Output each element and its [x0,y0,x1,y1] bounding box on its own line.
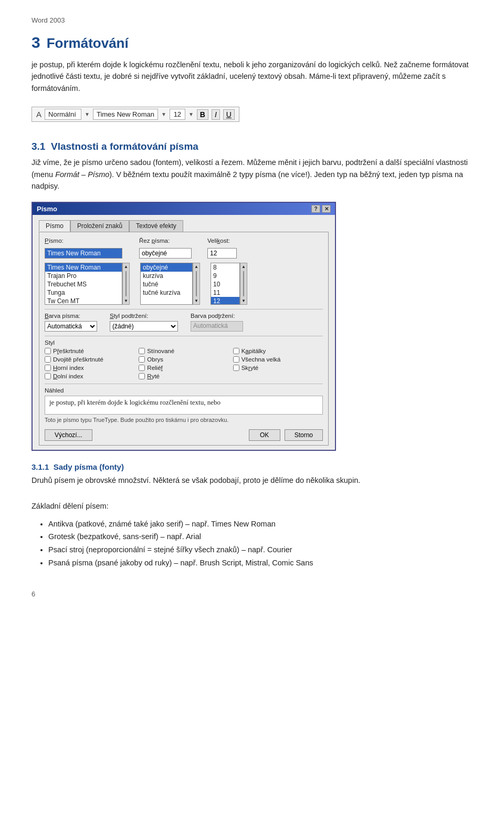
font-listbox-scrollbar[interactable]: ▲ ▼ [122,263,130,305]
page-footer: 6 [32,590,472,598]
chapter-intro: je postup, při kterém dojde k logickému … [32,59,472,94]
styl-section-label: Styl [45,339,323,346]
scrollbar-up-arrow[interactable]: ▲ [124,263,128,270]
toolbar-icon-styles: A [36,110,41,119]
rez-listbox[interactable]: obyčejné kurzíva tučné tučné kurzíva [140,263,193,305]
font-input[interactable] [45,248,122,259]
checkbox-dvojite-label: Dvojitě přeškrtnuté [53,356,103,363]
formatting-toolbar: A Normální ▼ Times New Roman ▼ 12 ▼ B I … [32,107,239,122]
rez-input-col [139,248,197,259]
font-listbox[interactable]: Times New Roman Trajan Pro Trebuchet MS … [45,263,122,305]
rez-scrollbar-down[interactable]: ▼ [194,297,198,304]
dialog-checkboxes: Přeškrtnuté Stínované Kapitálky Dvojitě … [45,348,323,379]
underline-button[interactable]: U [223,109,235,120]
size-dropdown-arrow[interactable]: ▼ [188,111,194,117]
dialog-titlebar: Písmo ? ✕ [33,203,335,215]
list-item-psaci: Psací stroj (neproporcionální = stejné š… [48,543,472,556]
velikost-listbox[interactable]: 8 9 10 11 12 [211,263,240,305]
checkbox-stinovane-input[interactable] [139,348,145,354]
storno-button[interactable]: Storno [285,429,323,441]
nahled-section-label: Náhled [45,387,323,394]
velikost-8[interactable]: 8 [211,263,239,272]
checkbox-skryte-label: Skryté [242,365,259,371]
section-3-1-1-title: 3.1.1 Sady písma (fonty) [32,462,472,471]
checkbox-dvojite-input[interactable] [45,356,51,363]
velikost-10[interactable]: 10 [211,280,239,288]
checkbox-vsechnavelka-label: Všechna velká [242,356,281,363]
page-number: 6 [32,590,35,598]
rez-listbox-container: obyčejné kurzíva tučné tučné kurzíva ▲ ▼ [140,263,200,305]
tab-textove-efekty[interactable]: Textové efekty [129,220,183,232]
checkbox-kapitalky-label: Kapitálky [242,348,266,354]
font-list-item-times[interactable]: Times New Roman [45,263,122,272]
scrollbar-down-arrow[interactable]: ▼ [124,297,128,304]
rez-scrollbar-thumb[interactable] [196,271,197,296]
barva-podtr-label: Barva podtržení: [191,313,243,319]
font-list-item-trebuchet[interactable]: Trebuchet MS [45,280,122,288]
velikost-scrollbar-up[interactable]: ▲ [242,263,246,270]
vychozi-button[interactable]: Výchozí... [45,429,92,441]
velikost-scrollbar-down[interactable]: ▼ [242,297,246,304]
velikost-col: Velikost: [207,238,244,244]
font-list-item-tunga[interactable]: Tunga [45,288,122,297]
rez-scrollbar-up[interactable]: ▲ [194,263,198,270]
checkbox-relief-input[interactable] [139,365,145,371]
dialog-help-button[interactable]: ? [311,205,320,213]
checkbox-horni-input[interactable] [45,365,51,371]
font-listbox-container: Times New Roman Trajan Pro Trebuchet MS … [45,263,130,305]
rez-list-item-obycejne[interactable]: obyčejné [141,263,192,272]
rez-label: Řez písma: [139,238,197,244]
styl-podtr-select[interactable]: (žádné) [110,321,178,332]
bold-button[interactable]: B [197,109,208,120]
tab-prolozeni[interactable]: Proložení znaků [70,220,129,232]
section-3-1-1-text1: Druhů písem je obrovské množství. Někter… [32,474,472,486]
checkbox-obrys-input[interactable] [139,356,145,363]
rez-list-item-tucnekurziva[interactable]: tučné kurzíva [141,288,192,297]
checkbox-dolni-input[interactable] [45,373,51,379]
velikost-11[interactable]: 11 [211,288,239,297]
velikost-scrollbar-thumb[interactable] [243,271,244,296]
app-name: Word 2003 [32,16,65,24]
velikost-input[interactable] [207,248,237,259]
checkbox-stinovane: Stínované [139,348,228,354]
scrollbar-thumb[interactable] [125,271,127,296]
checkbox-preskrtnute-input[interactable] [45,348,51,354]
checkbox-ryte-input[interactable] [139,373,145,379]
style-dropdown[interactable]: Normální [45,109,81,120]
section-3-1-1-zakladni: Základní dělení písem: [32,500,472,512]
rez-input[interactable] [139,248,192,259]
rez-list-item-kurziva[interactable]: kurzíva [141,272,192,280]
dialog-divider-2 [45,336,323,336]
section-3-1-1-label: Sady písma (fonty) [54,462,124,471]
section-3-1-text: Již víme, že je písmo určeno sadou (font… [32,157,472,192]
list-item-psana: Psaná písma (psané jakoby od ruky) – nap… [48,556,472,570]
dialog-title: Písmo [37,205,57,213]
dialog-close-button[interactable]: ✕ [322,205,331,213]
velikost-12[interactable]: 12 [211,297,239,305]
checkbox-skryte-input[interactable] [233,365,239,371]
dialog-buttons-row: Výchozí... OK Storno [45,426,323,442]
barva-podtr-col: Barva podtržení: Automatická [191,313,243,332]
barva-label: Barva písma: [45,313,97,319]
font-dropdown[interactable]: Times New Roman [93,109,158,120]
velikost-9[interactable]: 9 [211,272,239,280]
checkbox-kapitalky-input[interactable] [233,348,239,354]
section-3-1-label: Vlastnosti a formátování písma [51,141,198,152]
checkbox-vsechnavelka-input[interactable] [233,356,239,363]
style-dropdown-arrow[interactable]: ▼ [85,111,90,117]
dialog-labels-row: Písmo: Řez písma: Velikost: [45,238,323,244]
tab-pismo[interactable]: Písmo [39,220,70,232]
font-dropdown-arrow[interactable]: ▼ [161,111,166,117]
font-list-item-trajan[interactable]: Trajan Pro [45,272,122,280]
nahled-preview: je postup, při kterém dojde k logickému … [45,396,323,415]
barva-select[interactable]: Automatická [45,321,97,332]
size-dropdown[interactable]: 12 [170,109,185,120]
velikost-listbox-scrollbar[interactable]: ▲ ▼ [240,263,247,305]
font-list-item-twcen[interactable]: Tw Cen MT [45,297,122,305]
rez-col: Řez písma: [139,238,197,244]
barva-podtr-disabled: Automatická [191,321,243,332]
ok-button[interactable]: OK [249,429,280,441]
rez-list-item-tucne[interactable]: tučné [141,280,192,288]
italic-button[interactable]: I [212,109,220,120]
rez-listbox-scrollbar[interactable]: ▲ ▼ [193,263,200,305]
